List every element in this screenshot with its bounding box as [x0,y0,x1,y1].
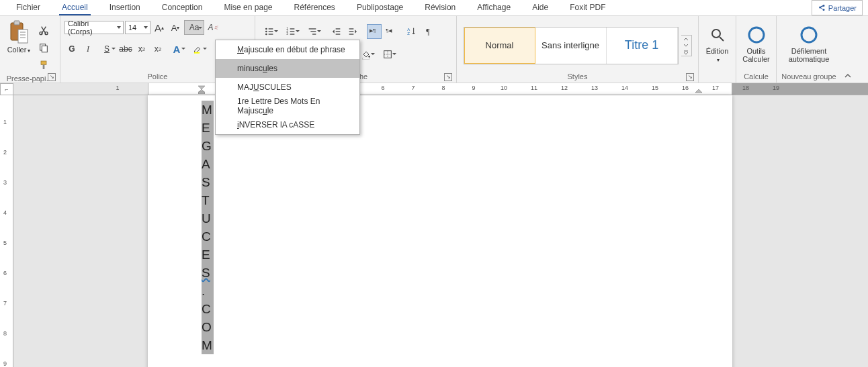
gallery-more[interactable] [681,49,691,56]
doc-char[interactable]: S [202,173,214,191]
hruler-tick: 16 [682,85,689,91]
indent-marker-right[interactable] [695,83,702,96]
font-name-combo[interactable]: Calibri (Corps) [64,21,124,34]
svg-text:A: A [407,28,410,32]
gallery-down[interactable] [681,42,691,49]
doc-char[interactable]: M [202,101,214,119]
dialog-launcher-styles[interactable]: ↘ [686,73,694,81]
menu-home[interactable]: Accueil [51,0,99,15]
chevron-up-icon [844,72,852,80]
multilevel-button[interactable] [302,24,322,39]
gallery-up[interactable] [681,36,691,42]
case-lower[interactable]: minuscules [216,59,359,78]
subscript-button[interactable]: x2 [134,42,149,56]
tab-selector[interactable]: ⌐ [0,83,13,95]
autoscroll-label2: automatique [782,55,836,63]
superscript-button[interactable]: x2 [150,42,165,56]
menu-file[interactable]: Fichier [5,0,51,15]
grow-font-button[interactable]: A▴ [152,20,167,35]
case-upper[interactable]: MAJUSCULES [216,78,359,97]
cut-button[interactable] [36,23,51,38]
doc-char[interactable]: M [202,336,214,354]
doc-char[interactable]: E [202,246,214,264]
indent-marker-left[interactable] [198,83,205,96]
menu-design[interactable]: Conception [151,0,214,15]
vruler-tick: 1 [3,119,7,125]
highlight-button[interactable] [188,42,208,56]
style-normal[interactable]: Normal [464,28,535,64]
borders-icon [382,49,393,60]
doc-char[interactable]: U [202,209,214,227]
dialog-launcher-clipboard[interactable]: ↘ [48,73,56,81]
doc-char[interactable]: C [202,227,214,246]
share-button[interactable]: Partager [812,0,863,15]
vruler-tick: 4 [3,209,7,216]
menu-review[interactable]: Révision [414,0,466,15]
collapse-ribbon-button[interactable] [841,16,855,83]
menu-insert[interactable]: Insertion [99,0,151,15]
menu-layout[interactable]: Mise en page [213,0,283,15]
document-canvas[interactable]: M E G A S T U C E S . C O M [13,95,868,367]
font-size-combo[interactable]: 14 [125,21,150,34]
style-no-spacing[interactable]: Sans interligne [535,28,607,64]
page[interactable]: M E G A S T U C E S . C O M [148,95,732,367]
menu-view[interactable]: Affichage [466,0,521,15]
case-toggle[interactable]: iNVERSER lA cASSE [216,115,359,134]
numbering-button[interactable]: 123 [281,24,301,39]
vertical-ruler[interactable]: 1 2 3 4 5 6 7 8 9 [0,95,13,367]
clear-formatting-button[interactable]: A⚟ [206,20,220,35]
menu-help[interactable]: Aide [521,0,559,15]
italic-button[interactable]: I [81,42,95,56]
copy-button[interactable] [36,40,51,55]
show-marks-button[interactable]: ¶ [421,24,435,39]
menu-foxit[interactable]: Foxit PDF [559,0,616,15]
underline-button[interactable]: S [97,42,117,56]
doc-char[interactable]: A [202,155,214,173]
sort-button[interactable]: AZ [404,24,419,39]
dialog-launcher-paragraph[interactable]: ↘ [444,73,452,81]
document-text[interactable]: M E G A S T U C E S . C O M [202,101,214,354]
hruler-tick: 15 [652,85,658,91]
shrink-font-button[interactable]: A▾ [168,20,183,35]
format-painter-button[interactable] [36,58,51,72]
bullets-button[interactable] [259,24,279,39]
outdent-button[interactable] [329,24,344,39]
multilevel-icon [307,26,318,37]
doc-char[interactable]: O [202,318,214,336]
rtl-button[interactable]: ¶◀ [383,24,398,39]
doc-char[interactable]: S [202,264,214,282]
case-capitalize[interactable]: 1re Lettre Des Mots En Majuscule [216,97,359,115]
svg-text:3: 3 [286,32,288,36]
doc-char[interactable]: G [202,137,214,155]
scissors-icon [38,25,49,36]
hruler-tick: 18 [742,85,749,91]
editing-button[interactable]: Édition▾ [703,20,732,63]
borders-button[interactable] [378,47,398,62]
tools-calc-button[interactable]: Outils Calculer [740,20,772,63]
highlighter-icon [193,44,204,54]
svg-rect-54 [363,58,370,59]
ltr-button[interactable]: ▶¶ [367,24,382,39]
doc-char[interactable]: C [202,300,214,318]
bullets-icon [264,26,275,37]
autoscroll-label1: Défilement [782,47,836,55]
menu-mailmerge[interactable]: Publipostage [346,0,414,15]
menu-references[interactable]: Références [284,0,346,15]
doc-char[interactable]: T [202,191,214,209]
change-case-button[interactable]: Aa [184,20,204,35]
circle-icon-2 [782,23,836,47]
text-effects-button[interactable]: A [167,42,187,56]
doc-char[interactable]: . [202,282,214,300]
horizontal-ruler[interactable]: 1 1 2 3 4 5 6 7 8 9 10 11 12 13 14 15 16… [13,83,868,95]
case-sentence[interactable]: Majuscule en début de phrase [216,40,359,59]
svg-rect-9 [42,46,47,52]
indent-button[interactable] [345,24,360,39]
doc-char[interactable]: E [202,119,214,137]
style-heading1[interactable]: Titre 1 [607,28,678,64]
paste-button[interactable]: Coller▾ [4,20,34,54]
strikethrough-button[interactable]: abc [118,42,133,56]
vruler-tick: 5 [3,240,7,246]
autoscroll-button[interactable]: Défilement automatique [782,20,836,63]
bold-button[interactable]: G [64,42,79,56]
svg-line-60 [720,37,724,41]
